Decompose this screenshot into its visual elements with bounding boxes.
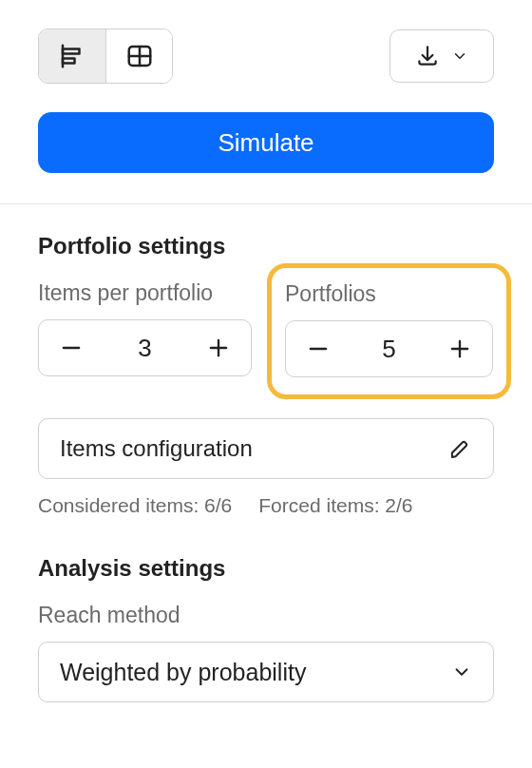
portfolios-increment-button[interactable] bbox=[441, 330, 479, 368]
table-view-button[interactable] bbox=[105, 29, 172, 83]
minus-icon bbox=[305, 336, 332, 362]
forced-items-text: Forced items: 2/6 bbox=[258, 494, 412, 517]
download-icon bbox=[415, 44, 440, 68]
portfolios-value: 5 bbox=[382, 335, 395, 364]
items-per-portfolio-label: Items per portfolio bbox=[38, 280, 252, 306]
plus-icon bbox=[205, 335, 232, 361]
reach-method-select[interactable]: Weighted by probability bbox=[38, 642, 494, 702]
download-button[interactable] bbox=[390, 29, 494, 83]
portfolios-highlight: Portfolios 5 bbox=[267, 263, 511, 399]
portfolios-stepper: 5 bbox=[285, 320, 493, 377]
pencil-icon bbox=[449, 437, 472, 460]
simulate-label: Simulate bbox=[218, 128, 314, 158]
items-per-portfolio-value: 3 bbox=[138, 334, 151, 363]
chart-view-button[interactable] bbox=[39, 29, 105, 83]
items-configuration-label: Items configuration bbox=[60, 435, 253, 462]
view-toggle bbox=[38, 29, 173, 84]
items-configuration-button[interactable]: Items configuration bbox=[38, 418, 494, 479]
svg-rect-2 bbox=[63, 59, 75, 64]
simulate-button[interactable]: Simulate bbox=[38, 112, 494, 173]
items-increment-button[interactable] bbox=[200, 329, 238, 367]
svg-rect-1 bbox=[63, 49, 80, 54]
plus-icon bbox=[446, 336, 473, 362]
analysis-settings-title: Analysis settings bbox=[38, 555, 494, 582]
items-per-portfolio-stepper: 3 bbox=[38, 319, 252, 376]
portfolios-label: Portfolios bbox=[285, 281, 493, 307]
bar-chart-icon bbox=[58, 42, 86, 70]
portfolio-settings-title: Portfolio settings bbox=[38, 233, 494, 259]
table-icon bbox=[125, 42, 154, 70]
reach-method-label: Reach method bbox=[38, 603, 494, 628]
considered-items-text: Considered items: 6/6 bbox=[38, 494, 232, 517]
chevron-down-icon bbox=[451, 662, 472, 682]
items-decrement-button[interactable] bbox=[52, 329, 90, 367]
portfolios-decrement-button[interactable] bbox=[299, 330, 337, 368]
reach-method-value: Weighted by probability bbox=[60, 659, 306, 686]
chevron-down-icon bbox=[451, 48, 468, 65]
minus-icon bbox=[58, 335, 85, 361]
